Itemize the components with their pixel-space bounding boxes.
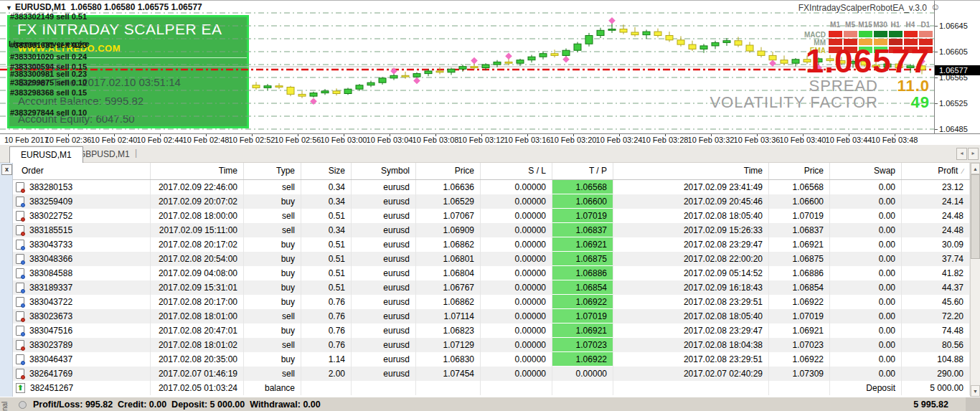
cell-symbol: eurusd: [352, 295, 416, 309]
column-header-swap[interactable]: Swap: [830, 163, 902, 179]
time-axis-label: 10 Feb 02:48: [183, 136, 230, 144]
scrollbar-thumb[interactable]: [971, 174, 980, 259]
timeframe-label-d1: D1: [918, 21, 933, 29]
buy-order-icon: [16, 326, 24, 336]
cell-close-price: 1.06922: [769, 295, 830, 309]
time-axis-label: 10 Feb 03:16: [504, 136, 551, 144]
column-header-size[interactable]: Size: [301, 163, 352, 179]
candle-body: [758, 51, 765, 55]
column-header-order[interactable]: Order: [13, 163, 151, 179]
cell-profit: 290.00: [902, 367, 970, 381]
cell-swap: 0.00: [830, 266, 902, 280]
order-number: 383043733: [29, 237, 72, 252]
close-panel-button[interactable]: x: [1, 164, 12, 175]
cell-close-time: 2017.02.09 23:41:49: [613, 180, 769, 194]
time-axis-tick: [711, 134, 712, 136]
history-row[interactable]: 3830237892017.02.08 18:01:02sell0.76euru…: [13, 338, 970, 352]
cell-size: 0.76: [301, 295, 352, 309]
time-axis-tick: [665, 134, 666, 136]
history-row[interactable]: 3830437222017.02.08 20:17:00buy0.76eurus…: [13, 295, 970, 309]
cell-time: 2017.02.08 20:17:00: [151, 295, 244, 309]
scrollbar-up-icon[interactable]: ▲: [971, 163, 980, 174]
trade-marker-icon: [608, 17, 616, 24]
cell-sl: 0.00000: [481, 323, 552, 338]
column-header-tp[interactable]: T / P: [552, 163, 613, 179]
time-axis-label: 10 Feb 03:20: [550, 136, 597, 144]
cell-close-time: 2017.02.08 23:29:47: [613, 237, 769, 252]
history-row[interactable]: 3830483662017.02.08 20:54:00buy0.51eurus…: [13, 252, 970, 266]
order-cell: 383280153: [13, 180, 151, 194]
history-row[interactable]: 3830437332017.02.08 20:17:02buy0.51eurus…: [13, 237, 970, 252]
scrollbar-down-icon[interactable]: ▼: [971, 385, 980, 397]
cell-close-price: 1.07019: [769, 309, 830, 323]
cell-type: sell: [244, 223, 301, 237]
history-row[interactable]: 3831855152017.02.09 15:11:00sell0.34euru…: [13, 223, 970, 237]
history-row[interactable]: 3831893372017.02.09 15:31:01buy0.51eurus…: [13, 280, 970, 295]
tab-eurusd-m1[interactable]: EURUSD,M1: [9, 146, 83, 163]
cell-close-time: 2017.02.08 23:29:51: [613, 352, 769, 367]
cell-type: buy: [244, 280, 301, 295]
column-header-time[interactable]: Time: [151, 163, 244, 179]
cell-size: 0.76: [301, 338, 352, 352]
deposit-icon: ⬆: [16, 383, 25, 393]
history-row[interactable]: ⬆3824512672017.02.05 01:03:24balanceDepo…: [13, 381, 970, 395]
timeframe-label-h1: H1: [888, 21, 903, 29]
history-row[interactable]: 3830236732017.02.08 18:01:00sell0.76euru…: [13, 309, 970, 323]
tab-scroll-left-icon[interactable]: ◂: [956, 148, 967, 160]
order-number: 383259409: [29, 194, 72, 209]
cell-type: sell: [244, 338, 301, 352]
column-header-symbol[interactable]: Symbol: [352, 163, 416, 179]
order-number: 383046437: [29, 352, 72, 367]
terminal-rail-label: nal: [1, 402, 9, 411]
column-header-price[interactable]: Price: [416, 163, 481, 179]
order-number: 383280153: [29, 180, 72, 194]
candle-body: [275, 86, 283, 88]
time-axis-tick: [68, 134, 69, 136]
history-row[interactable]: 3826417692017.02.07 01:46:19sell2.00euru…: [13, 367, 970, 381]
cell-time: 2017.02.08 18:00:00: [151, 209, 244, 223]
history-row[interactable]: 3830475162017.02.08 20:47:01buy0.76eurus…: [13, 323, 970, 338]
candle-body: [367, 82, 374, 85]
candle-body: [517, 60, 524, 64]
order-cell: 383043722: [13, 295, 151, 309]
time-axis-tick: [573, 134, 574, 136]
cell-tp: 1.06921: [552, 323, 613, 338]
column-header-type[interactable]: Type: [244, 163, 301, 179]
cell-size: 0.51: [301, 237, 352, 252]
cell-size: 0.51: [301, 252, 352, 266]
cell-price: 1.07454: [416, 367, 481, 381]
status-corner-grip: [966, 397, 980, 411]
cell-close-time: 2017.02.08 23:29:51: [613, 295, 769, 309]
candle-body: [562, 50, 570, 55]
cell-sl: 0.00000: [481, 252, 552, 266]
history-row[interactable]: 3832594092017.02.09 20:07:02buy0.34eurus…: [13, 194, 970, 209]
cell-close-time: 2017.02.07 02:40:29: [613, 367, 769, 381]
order-cell: 383043733: [13, 237, 151, 252]
cell-price: 1.06909: [416, 223, 481, 237]
order-line-label: #383299875 sell 0.10: [10, 78, 87, 87]
cell-size: 0.34: [301, 194, 352, 209]
cell-time: 2017.02.08 18:01:00: [151, 309, 244, 323]
table-left-gutter: x: [0, 163, 13, 397]
time-axis-tick: [527, 134, 528, 136]
cell-sl: 0.00000: [481, 223, 552, 237]
history-row[interactable]: 3830845882017.02.09 04:08:00buy0.51eurus…: [13, 266, 970, 280]
cell-tp: 1.06854: [552, 280, 613, 295]
time-axis-label: 10 Feb 03:32: [688, 136, 735, 144]
column-header-sl[interactable]: S / L: [481, 163, 552, 179]
table-scrollbar[interactable]: ▲ ▼: [970, 163, 980, 397]
cell-symbol: eurusd: [352, 338, 416, 352]
history-row[interactable]: 3830464372017.02.08 20:35:00buy1.14eurus…: [13, 352, 970, 367]
price-axis-tick: [935, 103, 938, 104]
history-row[interactable]: 3830227522017.02.08 18:00:00sell0.51euru…: [13, 209, 970, 223]
history-row[interactable]: 3832801532017.02.09 22:46:00sell0.34euru…: [13, 180, 970, 194]
column-header-price[interactable]: Price: [769, 163, 830, 179]
candle-body: [448, 69, 455, 72]
tab-scroll-right-icon[interactable]: ▸: [968, 148, 979, 160]
price-axis-tick: [935, 26, 938, 27]
column-header-profit[interactable]: Profit∕: [902, 163, 970, 179]
column-header-time[interactable]: Time: [613, 163, 769, 179]
order-number: 383048366: [29, 252, 72, 266]
candle-body: [494, 62, 501, 65]
chart-title-dropdown-icon[interactable]: ▼: [6, 4, 12, 11]
